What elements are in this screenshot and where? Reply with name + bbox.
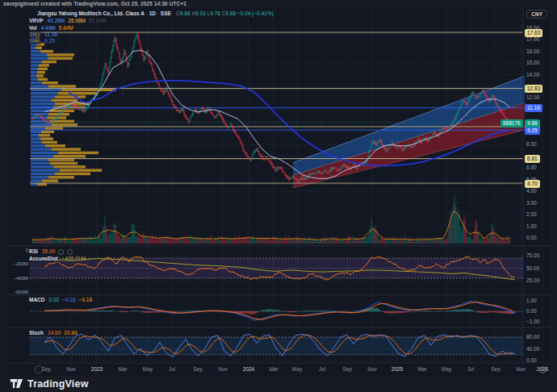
sma1-legend-row[interactable]: SMA 11.16 (28, 31, 57, 38)
accum-tick: −600M (9, 290, 28, 295)
symbol-title: Jiangsu Yahong Meditech Co., Ltd. Class … (37, 10, 144, 16)
macd-legend-row[interactable]: MACD 0.02 −0.16 −0.18 (28, 297, 92, 303)
accum-legend-row[interactable]: Accum/Dist −420.21M (28, 256, 86, 262)
level-price-label: 17.63 (525, 29, 542, 37)
time-tick-mar: Mar (417, 366, 426, 372)
time-tick-mar: Mar (269, 366, 278, 372)
level-price-label: 11.16 (525, 104, 542, 112)
eye-icon[interactable] (58, 249, 64, 255)
rsi-tick: 25.00 (526, 277, 539, 284)
time-tick-nov: Nov (367, 366, 377, 372)
time-tick-may: May (143, 366, 153, 372)
price-tick: 12.00 (526, 94, 539, 101)
time-tick-sep: Sep (491, 366, 500, 372)
symbol-legend-row[interactable]: Jiangsu Yahong Meditech Co., Ltd. Class … (36, 10, 274, 17)
change-readout: −0.04 (−0.41%) (237, 10, 274, 16)
stoch-tick: 0.00 (526, 357, 537, 364)
time-tick-nov: Nov (516, 366, 526, 372)
stoch-legend-row[interactable]: Stoch 24.69 20.84 (28, 330, 77, 336)
time-tick-jul: Jul (467, 366, 474, 372)
accum-tick: −400M (9, 276, 28, 281)
accum-tick: −200M (9, 261, 28, 267)
stoch-tick: 40.00 (526, 346, 539, 352)
ohlc-readout: O9.88 H9.93 L9.76 C9.88 −0.04 (−0.41%) (175, 10, 274, 17)
level-price-label: 12.83 (525, 85, 542, 93)
clock-icon[interactable] (539, 366, 547, 373)
macd-tick: 1.00 (526, 298, 537, 304)
last-price-label: 9.88 (525, 119, 540, 127)
level-price-label: 6.81 (525, 155, 540, 163)
price-tick: 14.00 (526, 72, 539, 78)
time-tick-nov: Nov (66, 366, 76, 372)
time-tick-jul: Jul (319, 366, 325, 372)
vrvp-legend-row[interactable]: VRVP 40.26M 26.98M 67.24M (28, 18, 107, 24)
time-tick-may: May (292, 366, 302, 372)
tradingview-logo-icon (10, 377, 23, 390)
price-tick: 3.00 (526, 200, 537, 206)
chart-plot[interactable] (8, 8, 550, 376)
price-tick: 16.00 (526, 48, 539, 55)
timeline-marker-icon[interactable] (35, 365, 43, 373)
time-tick-may: May (442, 366, 451, 372)
price-tick: 1.00 (526, 223, 537, 230)
time-tick-sep: Sep (193, 366, 203, 372)
time-tick-2025: 2025 (392, 366, 403, 372)
price-tick: 0.00 (526, 235, 537, 241)
time-tick-nov: Nov (218, 366, 228, 372)
currency-button[interactable]: CNY (526, 10, 547, 19)
time-tick-2024: 2024 (243, 366, 254, 372)
price-tick: 15.00 (526, 60, 539, 66)
timeframe: 1D (149, 10, 156, 16)
level-price-label: 4.70 (525, 180, 540, 188)
rsi-tick: 75.00 (526, 252, 539, 259)
time-tick-jul: Jul (169, 366, 175, 372)
price-tick: 4.00 (526, 188, 537, 194)
brand-text: TradingView (27, 378, 89, 390)
exchange: SSE (161, 10, 171, 16)
price-tick: 8.00 (526, 141, 537, 148)
level-price-label: 9.25 (525, 127, 540, 135)
sma2-legend-row[interactable]: SMA 9.25 (28, 38, 55, 44)
chart-frame: 18.0017.0016.0015.0014.0012.008.006.005.… (8, 8, 550, 376)
time-tick-mar: Mar (118, 366, 127, 372)
price-tick: 17.00 (526, 36, 539, 43)
time-tick-sep: Sep (342, 366, 352, 372)
macd-tick: −1.00 (526, 319, 539, 325)
rsi-tick: 50.00 (526, 265, 539, 272)
tradingview-logo[interactable]: TradingView (10, 377, 89, 390)
screenshot-root: { "attribution": "savepiginvest created … (0, 0, 557, 392)
gear-icon[interactable] (67, 249, 73, 255)
time-tick-2023: 2023 (91, 366, 103, 372)
rsi-legend-row[interactable]: RSI 35.09 (28, 248, 73, 255)
price-tick: 2.00 (526, 211, 537, 218)
volume-legend-row[interactable]: Vol 4.49M 5.84M (28, 25, 73, 31)
price-tick: 6.00 (526, 165, 537, 171)
macd-tick: 0.00 (526, 308, 537, 315)
ticker-price-label: 688176 (500, 119, 523, 127)
attribution-text: savepiginvest created with TradingView.c… (3, 1, 186, 6)
accum-tick: 0 (9, 248, 28, 253)
stoch-tick: 80.00 (526, 334, 539, 340)
